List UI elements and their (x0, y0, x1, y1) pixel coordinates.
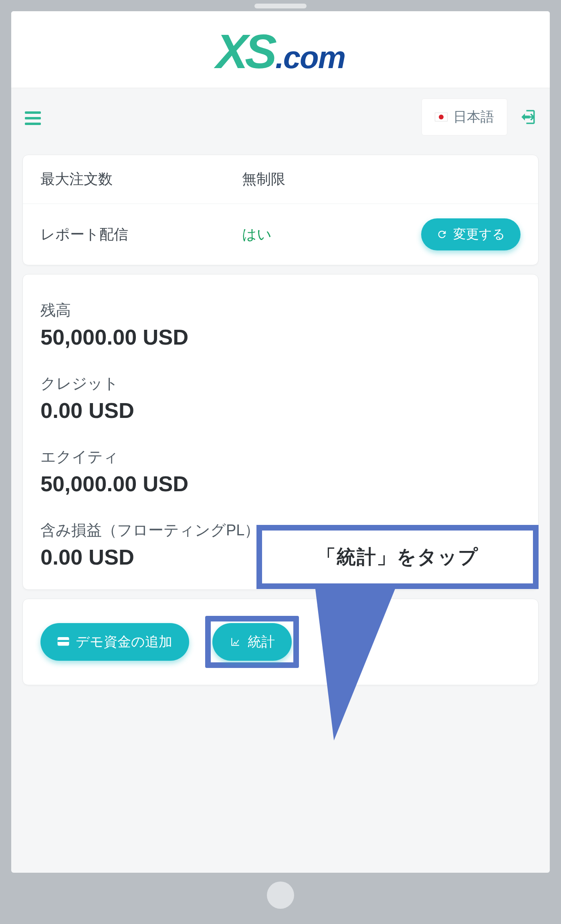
balance-value: 50,000.00 USD (40, 325, 521, 349)
report-label: レポート配信 (40, 225, 242, 244)
tablet-frame: XS.com 日本語 (0, 0, 561, 924)
info-row-max-orders: 最大注文数 無制限 (23, 155, 538, 204)
device-notch (254, 4, 307, 8)
refresh-icon (436, 229, 448, 240)
language-selector[interactable]: 日本語 (422, 99, 507, 135)
annotation-arrow-icon (294, 588, 395, 740)
svg-rect-0 (25, 111, 41, 114)
balance-block: 残高 50,000.00 USD (40, 300, 521, 349)
device-home-button (267, 882, 294, 909)
header-bar: 日本語 (11, 88, 550, 146)
logo-xs-text: XS (216, 27, 274, 75)
settings-card: 最大注文数 無制限 レポート配信 はい 変更する (22, 155, 539, 265)
logo-com-text: .com (275, 39, 345, 76)
balance-label: 残高 (40, 300, 521, 321)
svg-rect-2 (25, 123, 41, 125)
add-demo-funds-label: デモ資金の追加 (76, 633, 172, 651)
equity-value: 50,000.00 USD (40, 471, 521, 496)
svg-rect-1 (25, 117, 41, 119)
credit-value: 0.00 USD (40, 398, 521, 423)
logout-icon[interactable] (519, 109, 536, 125)
annotation-text: 「統計」をタップ (256, 525, 539, 589)
credit-label: クレジット (40, 373, 521, 394)
svg-rect-4 (58, 640, 69, 642)
add-demo-funds-button[interactable]: デモ資金の追加 (40, 623, 189, 661)
screen: XS.com 日本語 (11, 11, 550, 873)
logo-area: XS.com (11, 11, 550, 88)
chart-line-icon (229, 637, 241, 647)
menu-icon[interactable] (25, 109, 41, 125)
app-logo: XS.com (216, 27, 345, 76)
language-label: 日本語 (453, 108, 494, 126)
equity-block: エクイティ 50,000.00 USD (40, 447, 521, 496)
info-row-report: レポート配信 はい 変更する (23, 204, 538, 265)
credit-card-icon (57, 637, 69, 647)
change-button[interactable]: 変更する (421, 218, 521, 250)
max-orders-value: 無制限 (242, 169, 521, 189)
annotation-callout: 「統計」をタップ (256, 525, 539, 740)
max-orders-label: 最大注文数 (40, 169, 242, 189)
header-right: 日本語 (422, 99, 536, 135)
japan-flag-icon (435, 113, 448, 121)
report-value: はい (242, 225, 421, 244)
credit-block: クレジット 0.00 USD (40, 373, 521, 423)
equity-label: エクイティ (40, 447, 521, 467)
change-button-label: 変更する (453, 226, 505, 243)
